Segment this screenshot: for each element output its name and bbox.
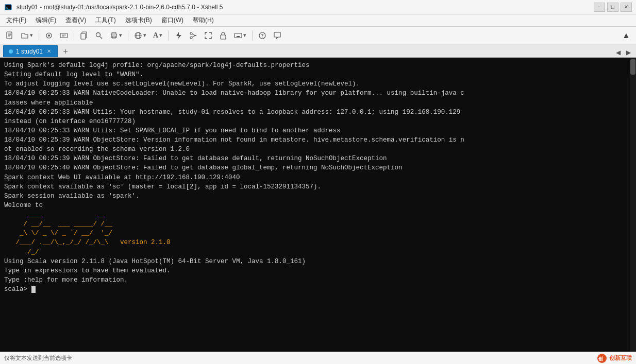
menu-window[interactable]: 窗口(W) bbox=[157, 15, 188, 26]
terminal-line: Spark context available as 'sc' (master … bbox=[4, 182, 632, 192]
svg-rect-9 bbox=[60, 33, 68, 38]
terminal-line: Using Scala version 2.11.8 (Java HotSpot… bbox=[4, 257, 632, 266]
help-button[interactable]: ? bbox=[256, 29, 269, 42]
terminal-line: Spark session available as 'spark'. bbox=[4, 192, 632, 201]
terminal-line: ot enabled so recording the schema versi… bbox=[4, 145, 632, 154]
svg-text:创: 创 bbox=[598, 356, 603, 361]
toolbar: ▾ ▾ ▾ A ▾ bbox=[0, 27, 636, 44]
terminal-line: Type :help for more information. bbox=[4, 275, 632, 285]
toolbar-right: ▲ bbox=[620, 29, 633, 42]
menu-bar: 文件(F) 编辑(E) 查看(V) 工具(T) 选项卡(B) 窗口(W) 帮助(… bbox=[0, 14, 636, 27]
tab-prev-button[interactable]: ◀ bbox=[613, 48, 623, 57]
tab-label: 1 study01 bbox=[16, 48, 43, 55]
tab-status-indicator bbox=[9, 49, 13, 54]
fullscreen-button[interactable] bbox=[202, 29, 215, 42]
terminal-cursor bbox=[31, 286, 36, 293]
terminal-line: Using Spark's default log4j profile: org… bbox=[4, 61, 632, 70]
terminal-line: 18/04/10 00:25:33 WARN Utils: Your hostn… bbox=[4, 108, 632, 117]
menu-tabs[interactable]: 选项卡(B) bbox=[121, 15, 156, 26]
chat-button[interactable] bbox=[271, 29, 284, 42]
scroll-thumb[interactable] bbox=[630, 59, 635, 75]
lightning-button[interactable] bbox=[172, 29, 185, 42]
window-title: study01 - root@study-01:/usr/local/spark… bbox=[16, 4, 590, 11]
close-button[interactable]: ✕ bbox=[621, 3, 632, 12]
terminal-line: 18/04/10 00:25:40 WARN ObjectStore: Fail… bbox=[4, 163, 632, 172]
svg-rect-25 bbox=[221, 35, 226, 39]
connect-button[interactable] bbox=[57, 29, 71, 42]
scroll-up-button[interactable]: ▲ bbox=[620, 29, 633, 42]
svg-point-22 bbox=[190, 37, 192, 39]
menu-tools[interactable]: 工具(T) bbox=[91, 15, 120, 26]
title-bar: $_ study01 - root@study-01:/usr/local/sp… bbox=[0, 0, 636, 14]
terminal-line: /___/ .__/\_,_/_/ /_/\_\ version 2.1.0 bbox=[4, 238, 632, 247]
logo-icon: 创 bbox=[597, 353, 607, 363]
font-button[interactable]: A ▾ bbox=[150, 29, 165, 42]
main-window: $_ study01 - root@study-01:/usr/local/sp… bbox=[0, 0, 636, 364]
terminal-scrollbar[interactable] bbox=[630, 58, 636, 352]
tab-next-button[interactable]: ▶ bbox=[624, 48, 633, 57]
status-text: 仅将文本发送到当前选项卡 bbox=[4, 354, 72, 362]
tab-bar: 1 study01 ✕ + ◀ ▶ bbox=[0, 44, 636, 58]
separator-1 bbox=[39, 30, 39, 41]
properties-button[interactable] bbox=[42, 29, 56, 42]
svg-point-14 bbox=[96, 32, 101, 37]
terminal-line: 18/04/10 00:25:39 WARN ObjectStore: Fail… bbox=[4, 154, 632, 163]
svg-line-15 bbox=[100, 37, 102, 39]
maximize-button[interactable]: □ bbox=[607, 3, 618, 12]
terminal-content: Using Spark's default log4j profile: org… bbox=[4, 61, 632, 294]
logo-text: 创新互联 bbox=[609, 354, 632, 362]
brand-logo: 创 创新互联 bbox=[597, 353, 632, 363]
scissors-button[interactable] bbox=[187, 29, 200, 42]
terminal-output[interactable]: Using Spark's default log4j profile: org… bbox=[0, 58, 636, 352]
open-button[interactable]: ▾ bbox=[18, 29, 36, 42]
tab-study01[interactable]: 1 study01 ✕ bbox=[3, 45, 58, 57]
copy-button[interactable] bbox=[77, 29, 91, 42]
menu-file[interactable]: 文件(F) bbox=[2, 15, 30, 26]
terminal-line: Spark context Web UI available at http:/… bbox=[4, 173, 632, 182]
terminal-prompt: scala> bbox=[4, 286, 31, 293]
separator-4 bbox=[168, 30, 169, 41]
terminal-line: 18/04/10 00:25:33 WARN Utils: Set SPARK_… bbox=[4, 126, 632, 135]
separator-2 bbox=[74, 30, 74, 41]
lock-button[interactable] bbox=[216, 29, 230, 42]
tab-navigation: ◀ ▶ bbox=[613, 48, 633, 57]
terminal-line: Setting default log level to "WARN". bbox=[4, 70, 632, 79]
terminal-line: 18/04/10 00:25:33 WARN NativeCodeLoader:… bbox=[4, 89, 632, 98]
print-button[interactable]: ▾ bbox=[107, 29, 125, 42]
connect2-button[interactable]: ▾ bbox=[131, 29, 149, 42]
svg-point-21 bbox=[190, 32, 192, 34]
status-bar: 仅将文本发送到当前选项卡 创 创新互联 bbox=[0, 352, 636, 364]
find-button[interactable] bbox=[92, 29, 106, 42]
terminal-line: /_/ bbox=[4, 248, 632, 257]
terminal-line: Type in expressions to have them evaluat… bbox=[4, 266, 632, 275]
app-icon: $_ bbox=[4, 3, 12, 11]
separator-5 bbox=[252, 30, 253, 41]
terminal-line: Welcome to bbox=[4, 201, 632, 210]
new-session-button[interactable] bbox=[3, 29, 16, 42]
terminal-line: To adjust logging level use sc.setLogLev… bbox=[4, 79, 632, 89]
terminal-line: 18/04/10 00:25:39 WARN ObjectStore: Vers… bbox=[4, 135, 632, 145]
svg-text:?: ? bbox=[261, 33, 264, 39]
minimize-button[interactable]: − bbox=[594, 3, 605, 12]
menu-edit[interactable]: 编辑(E) bbox=[31, 15, 60, 26]
tab-add-button[interactable]: + bbox=[60, 46, 71, 57]
separator-3 bbox=[128, 30, 128, 41]
terminal-line: lasses where applicable bbox=[4, 98, 632, 108]
window-controls: − □ ✕ bbox=[594, 3, 632, 12]
terminal-line: ____ __ bbox=[4, 210, 632, 219]
menu-view[interactable]: 查看(V) bbox=[61, 15, 90, 26]
terminal-line: instead (on interface eno16777728) bbox=[4, 117, 632, 126]
terminal-line: scala> bbox=[4, 285, 632, 294]
svg-point-8 bbox=[48, 34, 50, 37]
terminal-line: / __/__ ___ _____/ /__ bbox=[4, 219, 632, 229]
svg-text:$_: $_ bbox=[6, 5, 10, 9]
svg-rect-13 bbox=[81, 33, 86, 39]
keyboard-button[interactable]: ▾ bbox=[231, 29, 249, 42]
menu-help[interactable]: 帮助(H) bbox=[189, 15, 218, 26]
tab-close-button[interactable]: ✕ bbox=[46, 48, 52, 55]
terminal-line: _\ \/ _ \/ _ `/ __/ '_/ bbox=[4, 229, 632, 238]
